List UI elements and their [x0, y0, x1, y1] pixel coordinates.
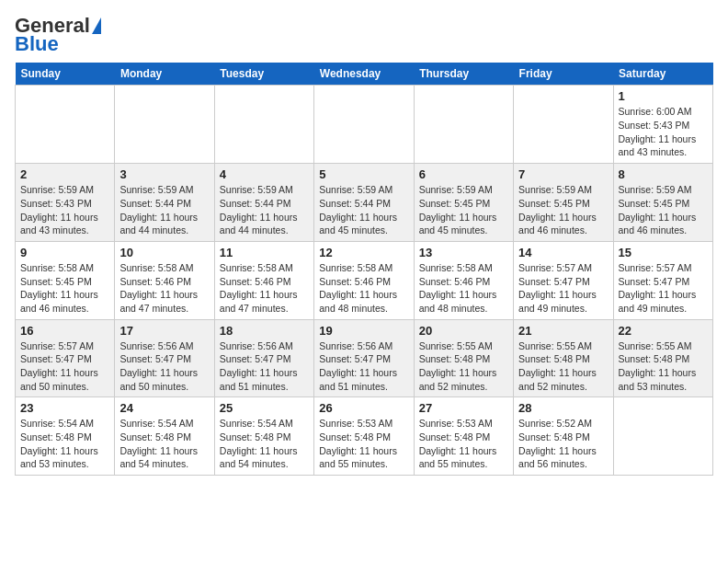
calendar-table: SundayMondayTuesdayWednesdayThursdayFrid… — [15, 63, 713, 476]
calendar-cell: 26Sunrise: 5:53 AM Sunset: 5:48 PM Dayli… — [314, 397, 414, 476]
col-header-thursday: Thursday — [414, 63, 513, 86]
day-info: Sunrise: 5:58 AM Sunset: 5:46 PM Dayligh… — [220, 261, 309, 316]
calendar-cell — [16, 86, 115, 164]
calendar-cell: 3Sunrise: 5:59 AM Sunset: 5:44 PM Daylig… — [115, 164, 214, 242]
day-number: 22 — [619, 324, 708, 338]
day-info: Sunrise: 5:59 AM Sunset: 5:44 PM Dayligh… — [220, 183, 309, 237]
calendar-week-row: 2Sunrise: 5:59 AM Sunset: 5:43 PM Daylig… — [16, 164, 713, 242]
calendar-cell: 24Sunrise: 5:54 AM Sunset: 5:48 PM Dayli… — [115, 397, 214, 476]
day-info: Sunrise: 5:59 AM Sunset: 5:45 PM Dayligh… — [619, 183, 708, 237]
calendar-cell — [514, 86, 613, 164]
calendar-cell: 10Sunrise: 5:58 AM Sunset: 5:46 PM Dayli… — [115, 241, 214, 319]
day-info: Sunrise: 5:53 AM Sunset: 5:48 PM Dayligh… — [419, 417, 508, 471]
day-info: Sunrise: 5:54 AM Sunset: 5:48 PM Dayligh… — [220, 417, 309, 471]
day-number: 13 — [419, 246, 508, 259]
logo: General Blue — [15, 15, 101, 55]
day-info: Sunrise: 6:00 AM Sunset: 5:43 PM Dayligh… — [619, 105, 708, 159]
day-info: Sunrise: 5:57 AM Sunset: 5:47 PM Dayligh… — [20, 339, 109, 394]
day-info: Sunrise: 5:55 AM Sunset: 5:48 PM Dayligh… — [518, 339, 608, 394]
day-info: Sunrise: 5:54 AM Sunset: 5:48 PM Dayligh… — [20, 417, 109, 471]
calendar-week-row: 16Sunrise: 5:57 AM Sunset: 5:47 PM Dayli… — [16, 319, 713, 397]
day-info: Sunrise: 5:56 AM Sunset: 5:47 PM Dayligh… — [220, 339, 309, 394]
day-info: Sunrise: 5:57 AM Sunset: 5:47 PM Dayligh… — [619, 261, 708, 316]
calendar-header-row: SundayMondayTuesdayWednesdayThursdayFrid… — [16, 63, 713, 86]
logo-triangle-icon — [92, 17, 101, 34]
calendar-cell: 23Sunrise: 5:54 AM Sunset: 5:48 PM Dayli… — [16, 397, 115, 476]
calendar-week-row: 1Sunrise: 6:00 AM Sunset: 5:43 PM Daylig… — [16, 86, 713, 164]
day-number: 6 — [419, 167, 508, 181]
day-info: Sunrise: 5:55 AM Sunset: 5:48 PM Dayligh… — [619, 339, 708, 394]
calendar-cell: 4Sunrise: 5:59 AM Sunset: 5:44 PM Daylig… — [214, 164, 313, 242]
day-info: Sunrise: 5:58 AM Sunset: 5:46 PM Dayligh… — [319, 261, 408, 316]
calendar-cell: 12Sunrise: 5:58 AM Sunset: 5:46 PM Dayli… — [314, 241, 414, 319]
day-info: Sunrise: 5:56 AM Sunset: 5:47 PM Dayligh… — [319, 339, 408, 394]
day-info: Sunrise: 5:59 AM Sunset: 5:44 PM Dayligh… — [119, 183, 209, 237]
day-number: 2 — [20, 167, 109, 181]
calendar-cell: 8Sunrise: 5:59 AM Sunset: 5:45 PM Daylig… — [613, 164, 712, 242]
day-number: 17 — [119, 324, 209, 338]
calendar-cell — [214, 86, 313, 164]
calendar-cell: 22Sunrise: 5:55 AM Sunset: 5:48 PM Dayli… — [613, 319, 712, 397]
calendar-cell: 16Sunrise: 5:57 AM Sunset: 5:47 PM Dayli… — [16, 319, 115, 397]
day-info: Sunrise: 5:53 AM Sunset: 5:48 PM Dayligh… — [319, 417, 408, 471]
calendar-cell: 6Sunrise: 5:59 AM Sunset: 5:45 PM Daylig… — [414, 164, 513, 242]
calendar-week-row: 9Sunrise: 5:58 AM Sunset: 5:45 PM Daylig… — [16, 241, 713, 319]
day-info: Sunrise: 5:57 AM Sunset: 5:47 PM Dayligh… — [518, 261, 608, 316]
day-number: 27 — [419, 401, 508, 415]
calendar-cell: 9Sunrise: 5:58 AM Sunset: 5:45 PM Daylig… — [16, 241, 115, 319]
calendar-cell: 5Sunrise: 5:59 AM Sunset: 5:44 PM Daylig… — [314, 164, 414, 242]
col-header-tuesday: Tuesday — [214, 63, 313, 86]
page-header: General Blue — [15, 15, 713, 55]
day-info: Sunrise: 5:59 AM Sunset: 5:45 PM Dayligh… — [518, 183, 608, 237]
day-number: 14 — [518, 246, 608, 259]
col-header-sunday: Sunday — [16, 63, 115, 86]
logo-blue: Blue — [15, 33, 59, 55]
day-number: 19 — [319, 324, 408, 338]
day-number: 9 — [20, 246, 109, 259]
col-header-monday: Monday — [115, 63, 214, 86]
calendar-cell: 25Sunrise: 5:54 AM Sunset: 5:48 PM Dayli… — [214, 397, 313, 476]
day-number: 26 — [319, 401, 408, 415]
calendar-cell — [613, 397, 712, 476]
calendar-cell: 27Sunrise: 5:53 AM Sunset: 5:48 PM Dayli… — [414, 397, 513, 476]
day-info: Sunrise: 5:58 AM Sunset: 5:46 PM Dayligh… — [119, 261, 209, 316]
calendar-cell: 2Sunrise: 5:59 AM Sunset: 5:43 PM Daylig… — [16, 164, 115, 242]
calendar-cell: 20Sunrise: 5:55 AM Sunset: 5:48 PM Dayli… — [414, 319, 513, 397]
day-number: 20 — [419, 324, 508, 338]
day-number: 23 — [20, 401, 109, 415]
day-number: 7 — [518, 167, 608, 181]
day-info: Sunrise: 5:59 AM Sunset: 5:45 PM Dayligh… — [419, 183, 508, 237]
calendar-cell: 18Sunrise: 5:56 AM Sunset: 5:47 PM Dayli… — [214, 319, 313, 397]
day-number: 10 — [119, 246, 209, 259]
day-number: 12 — [319, 246, 408, 259]
day-info: Sunrise: 5:55 AM Sunset: 5:48 PM Dayligh… — [419, 339, 508, 394]
calendar-cell: 15Sunrise: 5:57 AM Sunset: 5:47 PM Dayli… — [613, 241, 712, 319]
calendar-cell: 21Sunrise: 5:55 AM Sunset: 5:48 PM Dayli… — [514, 319, 613, 397]
calendar-cell: 28Sunrise: 5:52 AM Sunset: 5:48 PM Dayli… — [514, 397, 613, 476]
day-info: Sunrise: 5:59 AM Sunset: 5:44 PM Dayligh… — [319, 183, 408, 237]
calendar-cell: 19Sunrise: 5:56 AM Sunset: 5:47 PM Dayli… — [314, 319, 414, 397]
calendar-week-row: 23Sunrise: 5:54 AM Sunset: 5:48 PM Dayli… — [16, 397, 713, 476]
day-number: 1 — [619, 89, 708, 103]
day-info: Sunrise: 5:58 AM Sunset: 5:45 PM Dayligh… — [20, 261, 109, 316]
day-info: Sunrise: 5:54 AM Sunset: 5:48 PM Dayligh… — [119, 417, 209, 471]
calendar-cell: 11Sunrise: 5:58 AM Sunset: 5:46 PM Dayli… — [214, 241, 313, 319]
calendar-cell — [115, 86, 214, 164]
day-number: 18 — [220, 324, 309, 338]
calendar-cell: 14Sunrise: 5:57 AM Sunset: 5:47 PM Dayli… — [514, 241, 613, 319]
day-number: 15 — [619, 246, 708, 259]
calendar-cell: 1Sunrise: 6:00 AM Sunset: 5:43 PM Daylig… — [613, 86, 712, 164]
calendar-cell — [314, 86, 414, 164]
calendar-cell — [414, 86, 513, 164]
calendar-cell: 13Sunrise: 5:58 AM Sunset: 5:46 PM Dayli… — [414, 241, 513, 319]
day-info: Sunrise: 5:59 AM Sunset: 5:43 PM Dayligh… — [20, 183, 109, 237]
col-header-wednesday: Wednesday — [314, 63, 414, 86]
day-number: 4 — [220, 167, 309, 181]
day-number: 11 — [220, 246, 309, 259]
day-number: 28 — [518, 401, 608, 415]
day-info: Sunrise: 5:52 AM Sunset: 5:48 PM Dayligh… — [518, 417, 608, 471]
day-number: 24 — [119, 401, 209, 415]
calendar-cell: 17Sunrise: 5:56 AM Sunset: 5:47 PM Dayli… — [115, 319, 214, 397]
col-header-saturday: Saturday — [613, 63, 712, 86]
day-number: 25 — [220, 401, 309, 415]
